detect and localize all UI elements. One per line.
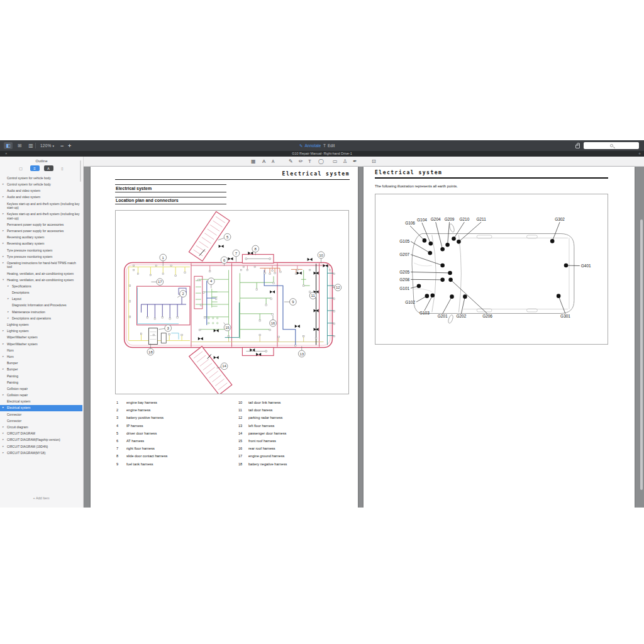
outline-item[interactable]: ▸Operating instructions for hand-held TP… — [0, 260, 82, 270]
outline-item[interactable]: ▸Maintenance instruction — [0, 309, 82, 315]
chevron-down-icon[interactable]: ▾ — [3, 278, 7, 282]
insert-image-icon[interactable]: ▦ — [251, 157, 256, 167]
chevron-right-icon[interactable]: ▸ — [3, 367, 7, 371]
chevron-right-icon[interactable]: ▸ — [3, 212, 7, 216]
font-large-icon[interactable]: A — [262, 157, 265, 167]
outline-item[interactable]: Permanent power supply for accessories — [0, 221, 82, 228]
outline-item[interactable]: ▸Electrical system — [0, 405, 82, 411]
outline-item[interactable]: Painting — [0, 373, 82, 379]
chevron-right-icon[interactable]: ▸ — [3, 255, 7, 258]
annotate-button[interactable]: ✎ Annotate — [299, 140, 321, 151]
outline-item[interactable]: ▸Descriptions and operations — [0, 315, 82, 321]
stamp-icon[interactable]: ♙ — [343, 157, 347, 167]
marker-icon[interactable]: ✏ — [299, 157, 303, 167]
thumbnails-tab[interactable]: ▢ — [16, 165, 26, 171]
chevron-right-icon[interactable]: ▸ — [8, 284, 12, 288]
outline-item[interactable]: Connector — [0, 411, 82, 418]
chevron-right-icon[interactable]: ▸ — [3, 393, 7, 397]
chevron-right-icon[interactable]: ▸ — [3, 431, 7, 435]
chevron-right-icon[interactable]: ▸ — [8, 297, 12, 301]
chevron-right-icon[interactable]: ▸ — [3, 242, 7, 245]
outline-item[interactable]: Heating, ventilation, and air-conditioni… — [0, 270, 82, 277]
bookmarks-tab[interactable]: ▯ — [58, 165, 67, 171]
outline-item[interactable]: ▸Horn — [0, 353, 82, 360]
chevron-right-icon[interactable]: ▸ — [3, 438, 7, 441]
reading-view-icon[interactable]: ▥ — [26, 142, 35, 149]
lock-button[interactable] — [575, 140, 580, 151]
outline-item[interactable]: Horn — [0, 347, 82, 353]
outline-item[interactable]: ▾Heating, ventilation, and air-condition… — [0, 277, 82, 283]
legend-label: engine ground harness — [248, 454, 284, 458]
outline-item[interactable]: ▸Tyre pressure monitoring system — [0, 253, 82, 260]
thumbnail-grid-icon[interactable]: ⊞ — [15, 142, 24, 149]
outline-item[interactable]: ▸CIRCUIT DIAGRAM — [0, 430, 82, 436]
text-tool-icon[interactable]: T — [308, 157, 311, 167]
outline-item[interactable]: Electrical system — [0, 398, 82, 404]
select-area-icon[interactable]: ⊡ — [372, 157, 376, 167]
zoom-out-button[interactable]: − — [60, 140, 64, 151]
add-item-button[interactable]: + Add Item — [0, 496, 82, 500]
outline-item[interactable]: ▸Wiper/Washer system — [0, 341, 82, 347]
outline-item[interactable]: ▸CIRCUIT DIAGRAM(MY18) — [0, 450, 82, 456]
outline-tab[interactable]: ≡ — [30, 165, 40, 171]
outline-item[interactable]: ▸Audio and video system — [0, 194, 82, 201]
sidebar-scrollbar[interactable] — [80, 160, 81, 182]
add-tab-icon[interactable]: + — [638, 151, 641, 157]
outline-item[interactable]: ▸Bumper — [0, 366, 82, 372]
outline-item[interactable]: ▸Control system for vehicle body — [0, 181, 82, 187]
outline-item-label: Reversing auxiliary system — [7, 235, 44, 239]
document-tab[interactable]: G10 Repair Manual- Right-hand Drive-1 — [0, 151, 644, 157]
signature-icon[interactable]: ✒ — [353, 157, 357, 167]
outline-item[interactable]: ▸Collision repair — [0, 392, 82, 398]
outline-item[interactable]: ▸Permanent power supply for accessories — [0, 228, 82, 234]
chevron-right-icon[interactable]: ▸ — [3, 406, 7, 409]
chevron-right-icon[interactable]: ▸ — [3, 425, 7, 429]
chevron-right-icon[interactable]: ▸ — [3, 329, 7, 333]
svg-text:G205: G205 — [399, 270, 409, 274]
sidebar-toggle-icon[interactable]: ◧ — [4, 142, 13, 149]
driver-door-box — [189, 211, 230, 261]
chevron-right-icon[interactable]: ▸ — [3, 355, 7, 358]
outline-item[interactable]: Reversing auxiliary system — [0, 234, 82, 240]
chevron-right-icon[interactable]: ▸ — [8, 316, 12, 320]
outline-item[interactable]: ▸CIRCUIT DIAGRAM (19D4N) — [0, 443, 82, 450]
search-input[interactable] — [584, 142, 639, 149]
outline-item[interactable]: ▸Circuit diagram — [0, 424, 82, 430]
font-small-icon[interactable]: A — [272, 157, 274, 167]
comment-icon[interactable]: ▭ — [333, 157, 338, 167]
outline-item[interactable]: ▸Layout — [0, 296, 82, 302]
pencil-icon[interactable]: ✎ — [289, 157, 293, 167]
outline-item[interactable]: ▸Reversing auxiliary system — [0, 241, 82, 247]
outline-item[interactable]: ▸Keyless start-up and anti-theft system … — [0, 211, 82, 221]
outline-item[interactable]: Collision repair — [0, 386, 82, 392]
zoom-control[interactable]: 120% ▾ — [40, 140, 54, 151]
outline-item[interactable]: Keyless start-up and anti-theft system (… — [0, 201, 82, 211]
chevron-right-icon[interactable]: ▸ — [3, 451, 7, 455]
chevron-right-icon[interactable]: ▸ — [3, 445, 7, 448]
edit-button[interactable]: T Edit — [323, 140, 335, 151]
outline-item[interactable]: Bumper — [0, 360, 82, 366]
chevron-right-icon[interactable]: ▸ — [3, 261, 7, 265]
outline-item[interactable]: Control system for vehicle body — [0, 175, 82, 181]
outline-item[interactable]: ▸Lighting system — [0, 328, 82, 334]
shape-tool-icon[interactable]: ◯ — [318, 157, 324, 167]
chevron-right-icon[interactable]: ▸ — [3, 195, 7, 199]
chevron-right-icon[interactable]: ▸ — [3, 182, 7, 186]
zoom-in-button[interactable]: + — [68, 140, 71, 151]
svg-text:G401: G401 — [581, 264, 591, 268]
outline-item[interactable]: Painting — [0, 379, 82, 386]
outline-item[interactable]: Lighting system — [0, 321, 82, 328]
chevron-right-icon[interactable]: ▸ — [8, 310, 12, 314]
outline-item[interactable]: ▸CIRCUIT DIAGRAM(Flagship version) — [0, 437, 82, 443]
chevron-right-icon[interactable]: ▸ — [3, 342, 7, 346]
outline-item[interactable]: Wiper/Washer system — [0, 335, 82, 341]
outline-item[interactable]: Connector — [0, 418, 82, 424]
outline-item[interactable]: Descriptions — [0, 289, 82, 296]
chevron-right-icon[interactable]: ▸ — [3, 229, 7, 233]
outline-item[interactable]: Diagnostic Information and Procedures — [0, 303, 82, 309]
outline-item[interactable]: ▸Specifications — [0, 283, 82, 289]
document-scrollbar[interactable] — [640, 219, 643, 490]
annotations-tab[interactable]: A — [44, 165, 53, 171]
outline-item[interactable]: Tyre pressure monitoring system — [0, 247, 82, 253]
outline-item[interactable]: Audio and video system — [0, 187, 82, 194]
